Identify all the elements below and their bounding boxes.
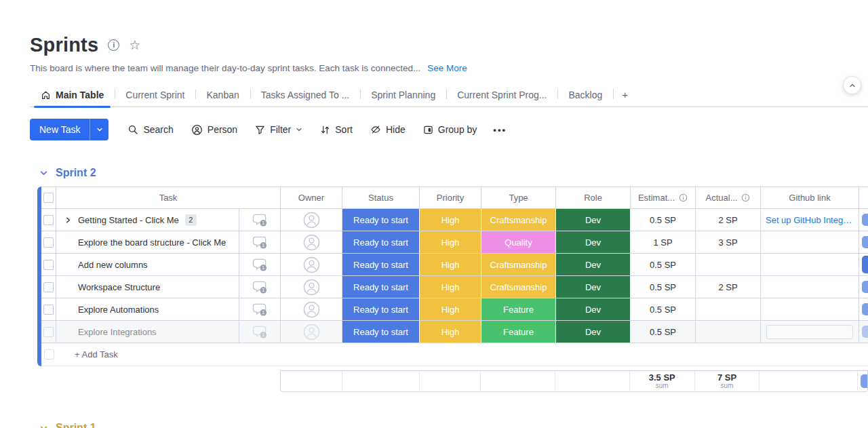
owner-avatar-icon[interactable] [302, 300, 321, 319]
tab-main-table[interactable]: Main Table [30, 83, 115, 106]
group-title[interactable]: Sprint 1 [56, 422, 96, 428]
column-header-estimated[interactable]: Estimat... [631, 187, 696, 208]
sum-actual-cell[interactable]: 7 SPsum [695, 371, 760, 391]
role-cell[interactable]: Dev [556, 254, 631, 275]
status-cell[interactable]: Ready to start [342, 321, 420, 343]
priority-cell[interactable]: High [420, 298, 481, 320]
select-all-checkbox[interactable] [43, 193, 54, 203]
type-cell[interactable]: Craftsmanship [481, 276, 556, 298]
tab-tasks-assigned-to[interactable]: Tasks Assigned To ... [250, 83, 360, 106]
task-name[interactable]: Explore the board structure - Click Me [78, 237, 226, 248]
type-cell[interactable]: Craftsmanship [481, 209, 556, 231]
status-cell[interactable]: Ready to start [342, 231, 420, 253]
owner-avatar-icon[interactable] [302, 211, 321, 229]
role-cell[interactable]: Dev [556, 321, 631, 343]
github-link[interactable]: Set up GitHub Integrati... [766, 215, 854, 225]
role-cell[interactable]: Dev [556, 209, 631, 231]
role-cell[interactable]: Dev [556, 298, 631, 320]
actual-sp-cell[interactable] [696, 321, 761, 343]
chat-bubble-icon[interactable]: 1 [252, 279, 268, 294]
estimated-sp-cell[interactable]: 0.5 SP [631, 298, 696, 320]
info-icon[interactable]: i [108, 39, 119, 51]
row-checkbox[interactable] [43, 327, 54, 337]
owner-avatar-icon[interactable] [302, 256, 321, 274]
github-link-cell[interactable] [761, 321, 859, 343]
priority-cell[interactable]: High [420, 231, 481, 253]
column-header-status[interactable]: Status [342, 187, 420, 208]
github-link-cell[interactable] [761, 276, 859, 298]
tab-current-sprint-prog[interactable]: Current Sprint Prog... [446, 83, 557, 106]
github-link-cell[interactable] [761, 231, 859, 253]
info-icon[interactable] [679, 193, 688, 202]
estimated-sp-cell[interactable]: 0.5 SP [631, 276, 696, 298]
estimated-sp-cell[interactable]: 0.5 SP [631, 254, 696, 275]
subitems-count-badge[interactable]: 2 [185, 214, 197, 226]
chat-bubble-icon[interactable]: 1 [252, 235, 268, 250]
more-options-button[interactable]: ••• [488, 121, 512, 139]
priority-cell[interactable]: High [420, 321, 481, 343]
actual-sp-cell[interactable]: 2 SP [696, 276, 761, 298]
status-cell[interactable]: Ready to start [342, 209, 420, 231]
priority-cell[interactable]: High [420, 276, 481, 298]
group-by-button[interactable]: Group by [416, 120, 484, 139]
tab-backlog[interactable]: Backlog [557, 83, 613, 106]
column-header-priority[interactable]: Priority [420, 187, 481, 208]
actual-sp-cell[interactable]: 3 SP [696, 231, 761, 253]
estimated-sp-cell[interactable]: 0.5 SP [631, 321, 696, 343]
new-task-button[interactable]: New Task [30, 119, 90, 140]
row-checkbox[interactable] [43, 215, 54, 225]
type-cell[interactable]: Craftsmanship [481, 254, 556, 275]
see-more-link[interactable]: See More [427, 63, 467, 73]
task-name[interactable]: Workspace Structure [78, 282, 160, 292]
actual-sp-cell[interactable] [696, 298, 761, 320]
column-header-actual[interactable]: Actual... [696, 187, 761, 208]
group-title[interactable]: Sprint 2 [56, 167, 96, 179]
priority-cell[interactable]: High [420, 209, 481, 231]
tab-plus[interactable]: + [613, 83, 637, 106]
estimated-sp-cell[interactable]: 0.5 SP [631, 209, 696, 231]
chat-bubble-icon[interactable]: 1 [252, 302, 268, 317]
info-icon[interactable] [741, 193, 750, 202]
new-task-dropdown-button[interactable] [90, 119, 108, 140]
task-name[interactable]: Getting Started - Click Me [78, 215, 179, 225]
sort-button[interactable]: Sort [313, 120, 359, 139]
column-header-github-link[interactable]: Github link [761, 187, 859, 208]
column-header-type[interactable]: Type [481, 187, 556, 208]
tab-sprint-planning[interactable]: Sprint Planning [360, 83, 446, 106]
github-link-cell[interactable] [761, 298, 859, 320]
chat-bubble-icon[interactable]: 1 [252, 257, 268, 272]
chat-bubble-icon[interactable]: 1 [252, 324, 268, 339]
chat-bubble-icon[interactable]: 1 [252, 212, 268, 227]
type-cell[interactable]: Feature [481, 321, 556, 343]
status-cell[interactable]: Ready to start [342, 276, 420, 298]
filter-button[interactable]: Filter [248, 120, 309, 139]
person-filter-button[interactable]: Person [184, 120, 244, 140]
task-name[interactable]: Explore Integrations [78, 327, 157, 337]
status-cell[interactable]: Ready to start [342, 254, 420, 275]
role-cell[interactable]: Dev [556, 276, 631, 298]
row-checkbox[interactable] [43, 305, 54, 315]
github-link-cell[interactable]: Set up GitHub Integrati... [761, 209, 859, 231]
tab-kanban[interactable]: Kanban [195, 83, 250, 106]
actual-sp-cell[interactable] [696, 254, 761, 275]
group-sprint-1-header[interactable]: Sprint 1 [39, 422, 96, 428]
favorite-star-icon[interactable]: ☆ [129, 39, 140, 52]
priority-cell[interactable]: High [420, 254, 481, 275]
hide-button[interactable]: Hide [363, 120, 412, 139]
column-header-role[interactable]: Role [556, 187, 631, 208]
row-checkbox[interactable] [43, 237, 54, 248]
group-sprint-2-header[interactable]: Sprint 2 [39, 167, 96, 179]
tab-current-sprint[interactable]: Current Sprint [115, 83, 195, 106]
search-button[interactable]: Search [121, 120, 180, 139]
actual-sp-cell[interactable]: 2 SP [696, 209, 761, 231]
sum-estimated-cell[interactable]: 3.5 SPsum [630, 371, 695, 391]
row-checkbox[interactable] [43, 282, 54, 292]
type-cell[interactable]: Quality [481, 231, 556, 253]
owner-avatar-icon[interactable] [302, 278, 321, 296]
column-header-task[interactable]: Task [56, 187, 281, 208]
github-link-cell[interactable] [761, 254, 859, 275]
task-name[interactable]: Add new columns [78, 260, 148, 270]
column-header-owner[interactable]: Owner [281, 187, 342, 208]
page-title[interactable]: Sprints [30, 34, 98, 56]
owner-avatar-icon[interactable] [302, 233, 321, 252]
